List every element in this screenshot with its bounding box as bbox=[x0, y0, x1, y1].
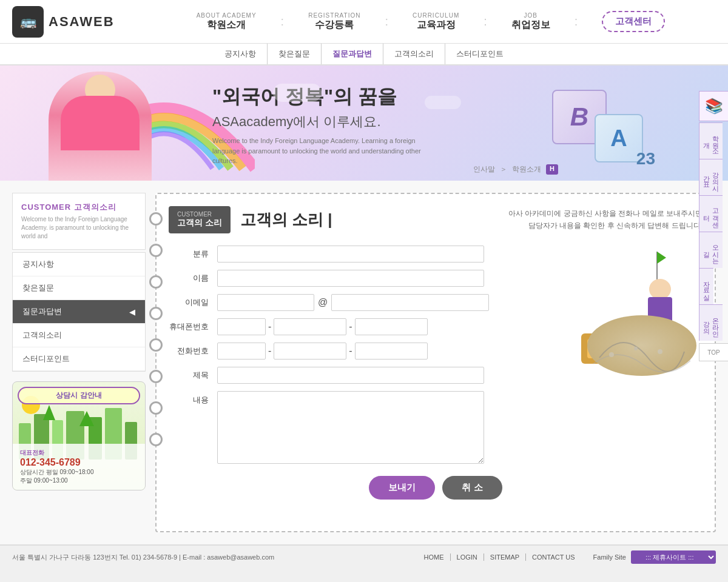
main-content-area: CUSTOMER 고객의 소리 고객의 소리 | 아사 아카데미에 궁금하신 사… bbox=[155, 193, 716, 532]
breadcrumb-school[interactable]: 학원소개 bbox=[512, 164, 541, 175]
svg-marker-8 bbox=[43, 405, 55, 420]
nav-item-customer[interactable]: 고객센터 bbox=[602, 11, 665, 32]
footer-link-login[interactable]: LOGIN bbox=[451, 554, 484, 561]
sub-nav-customer[interactable]: 고객의소리 bbox=[383, 44, 445, 64]
footer-link-contact[interactable]: CONTACT US bbox=[526, 554, 581, 561]
breadcrumb-h: H bbox=[546, 164, 558, 175]
footer-family-site: Family Site ::: 제휴사이트 ::: bbox=[593, 550, 716, 564]
decorative-girl: ☀️ bbox=[581, 242, 703, 412]
input-mobile-3[interactable] bbox=[355, 318, 428, 335]
contact-weekday: 상담시간 평일 09:00~18:00 bbox=[20, 469, 93, 475]
submit-button[interactable]: 보내기 bbox=[369, 476, 435, 500]
textarea-content[interactable] bbox=[217, 391, 484, 464]
svg-point-14 bbox=[658, 349, 662, 354]
planet-decoration bbox=[587, 315, 696, 376]
banner: "외국어 정복"의 꿈을 ASAacademy에서 이루세요. Welcome … bbox=[0, 65, 728, 181]
rsb-item-online[interactable]: 온라인강의 bbox=[699, 304, 723, 341]
banner-breadcrumb: 인사말 ＞ 학원소개 H bbox=[473, 164, 558, 175]
nav-sep-2: : bbox=[385, 15, 388, 28]
input-email-domain[interactable] bbox=[331, 294, 489, 311]
sidebar-item-study[interactable]: 스터디포인트 bbox=[13, 347, 145, 371]
input-title[interactable] bbox=[217, 367, 484, 384]
label-phone: 전화번호 bbox=[169, 346, 217, 356]
swirls-svg bbox=[587, 315, 696, 376]
logo-icon: 🚌 bbox=[12, 6, 44, 38]
footer-address: 서울 특별시 가나구 다라동 123번지 Tel. 01) 234-5678-9… bbox=[12, 553, 418, 562]
cancel-button[interactable]: 취 소 bbox=[442, 476, 502, 500]
footer-links: HOME LOGIN SITEMAP CONTACT US bbox=[418, 554, 581, 561]
svg-point-13 bbox=[634, 347, 638, 350]
left-sidebar-desc: Welcome to the Indy Foreign Language Aca… bbox=[21, 215, 136, 241]
input-phone-1[interactable] bbox=[217, 343, 266, 360]
block-numbers: 23 bbox=[636, 149, 655, 169]
sub-nav-notice[interactable]: 공지사항 bbox=[214, 44, 268, 64]
notebook-rings bbox=[149, 212, 163, 446]
rsb-item-school[interactable]: 학원소개 bbox=[699, 122, 723, 159]
nav-sep-4: : bbox=[575, 15, 578, 28]
banner-sub-title: ASAacademy에서 이루세요. bbox=[212, 113, 425, 131]
breadcrumb-greeting[interactable]: 인사말 bbox=[473, 164, 495, 175]
input-mobile-2[interactable] bbox=[274, 318, 346, 335]
label-content: 내용 bbox=[169, 391, 217, 406]
left-sidebar-title-eng: CUSTOMER 고객의소리 bbox=[21, 202, 136, 213]
page-title-badge: CUSTOMER 고객의 소리 bbox=[169, 206, 231, 233]
sub-nav-qa[interactable]: 질문과답변 bbox=[322, 44, 383, 64]
ring-1 bbox=[149, 212, 163, 226]
rsb-item-customer[interactable]: 고객센터 bbox=[699, 195, 723, 232]
rsb-item-directions[interactable]: 오시는길 bbox=[699, 232, 723, 268]
ring-4 bbox=[149, 307, 163, 320]
rsb-top-button[interactable]: TOP bbox=[699, 343, 728, 361]
left-sidebar: CUSTOMER 고객의소리 Welcome to the Indy Forei… bbox=[12, 193, 146, 532]
sidebar-item-voice[interactable]: 고객의소리 bbox=[13, 324, 145, 347]
footer-link-sitemap[interactable]: SITEMAP bbox=[484, 554, 526, 561]
banner-blocks: B A 23 bbox=[534, 78, 655, 175]
input-email-local[interactable] bbox=[217, 294, 314, 311]
rsb-icon: 📚 bbox=[699, 91, 728, 121]
family-site-dropdown[interactable]: ::: 제휴사이트 ::: bbox=[631, 550, 716, 564]
rsb-item-resources[interactable]: 자료실 bbox=[699, 268, 713, 304]
label-title: 제목 bbox=[169, 370, 217, 381]
contact-phone-number: 012-345-6789 bbox=[20, 457, 138, 468]
ring-8 bbox=[149, 433, 163, 446]
left-sidebar-menu: 공지사항 찾은질문 질문과답변 고객의소리 스터디포인트 bbox=[12, 252, 146, 372]
footer-link-home[interactable]: HOME bbox=[418, 554, 451, 561]
nav-item-curriculum[interactable]: CURRICULUM 교육과정 bbox=[413, 12, 459, 32]
dash-mobile-1: - bbox=[266, 321, 274, 332]
cloud-1 bbox=[273, 84, 322, 102]
dash-mobile-2: - bbox=[346, 321, 354, 332]
header: 🚌 ASAWEB ABOUT ACADEMY 학원소개 : REGISTRATI… bbox=[0, 0, 728, 44]
sidebar-item-qa[interactable]: 질문과답변 bbox=[13, 300, 145, 324]
nav-sep-3: : bbox=[484, 15, 487, 28]
logo-area: 🚌 ASAWEB bbox=[12, 6, 146, 38]
sub-nav-study[interactable]: 스터디포인트 bbox=[445, 44, 514, 64]
nav-item-job[interactable]: JOB 취업정보 bbox=[511, 12, 550, 32]
input-phone-3[interactable] bbox=[355, 343, 428, 360]
main-nav: ABOUT ACADEMY 학원소개 : REGISTRATION 수강등록 :… bbox=[146, 11, 716, 32]
girl-head bbox=[649, 279, 671, 299]
label-email: 이메일 bbox=[169, 297, 217, 308]
footer: 서울 특별시 가나구 다라동 123번지 Tel. 01) 234-5678-9… bbox=[0, 544, 728, 569]
badge-small: CUSTOMER bbox=[177, 211, 222, 218]
contact-hours: 상담시간 평일 09:00~18:00 주말 09:00~13:00 bbox=[20, 468, 138, 485]
breadcrumb-sep: ＞ bbox=[500, 164, 507, 175]
nav-item-school[interactable]: ABOUT ACADEMY 학원소개 bbox=[197, 12, 257, 32]
input-name[interactable] bbox=[217, 270, 484, 287]
svg-marker-11 bbox=[657, 252, 666, 264]
ring-5 bbox=[149, 338, 163, 352]
ring-3 bbox=[149, 275, 163, 289]
sub-nav: 공지사항 찾은질문 질문과답변 고객의소리 스터디포인트 bbox=[0, 44, 728, 65]
input-mobile-1[interactable] bbox=[217, 318, 266, 335]
page-title: 고객의 소리 | bbox=[240, 209, 332, 230]
nav-item-register[interactable]: REGISTRATION 수강등록 bbox=[308, 12, 360, 32]
sidebar-item-notice[interactable]: 공지사항 bbox=[13, 253, 145, 276]
dash-phone-2: - bbox=[346, 346, 354, 356]
input-phone-2[interactable] bbox=[274, 343, 346, 360]
contact-box: 대표전화 012-345-6789 상담시간 평일 09:00~18:00 주말… bbox=[13, 444, 145, 490]
rsb-item-schedule[interactable]: 강의시간표 bbox=[699, 159, 723, 195]
sub-nav-faq[interactable]: 찾은질문 bbox=[268, 44, 322, 64]
form-buttons: 보내기 취 소 bbox=[169, 476, 703, 500]
sidebar-item-faq[interactable]: 찾은질문 bbox=[13, 276, 145, 300]
city-illustration-box: 상담시 감안내 대표전화 012-345-6789 상담시간 평일 09:00~… bbox=[12, 381, 146, 490]
nav-sep-1: : bbox=[281, 15, 285, 28]
input-category[interactable] bbox=[217, 246, 484, 263]
